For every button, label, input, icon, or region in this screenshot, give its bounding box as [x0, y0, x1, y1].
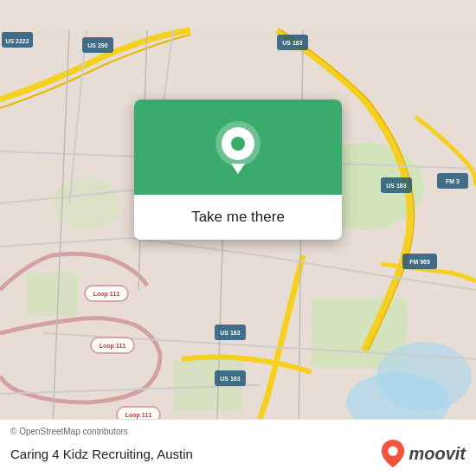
moovit-logo: moovit: [381, 440, 466, 467]
svg-text:US 183: US 183: [220, 376, 240, 382]
popup-card: Take me there: [134, 100, 342, 240]
map-container: US 2222 US 290 US 183 US 183 FM 3 FM 969…: [0, 0, 476, 476]
svg-text:Loop 111: Loop 111: [93, 291, 120, 298]
svg-rect-3: [26, 273, 78, 316]
svg-text:FM 3: FM 3: [446, 178, 460, 184]
location-label: Caring 4 Kidz Recruiting, Austin: [10, 447, 193, 461]
svg-text:US 183: US 183: [386, 183, 406, 189]
svg-text:Loop 111: Loop 111: [100, 343, 126, 350]
svg-text:US 290: US 290: [87, 42, 107, 48]
svg-text:US 183: US 183: [282, 40, 302, 46]
bottom-bar: © OpenStreetMap contributors Caring 4 Ki…: [0, 419, 476, 476]
svg-text:FM 969: FM 969: [409, 259, 430, 265]
moovit-brand-text: moovit: [408, 444, 466, 464]
svg-point-44: [389, 447, 398, 456]
take-me-there-button[interactable]: Take me there: [134, 195, 342, 240]
svg-text:Loop 111: Loop 111: [125, 412, 152, 419]
moovit-pin-icon: [381, 440, 405, 467]
bottom-info-row: Caring 4 Kidz Recruiting, Austin moovit: [10, 440, 466, 467]
location-pin-icon: [215, 121, 261, 174]
popup-green-area: [134, 100, 342, 195]
copyright-text: © OpenStreetMap contributors: [10, 427, 466, 436]
svg-text:US 2222: US 2222: [5, 38, 29, 44]
svg-text:US 183: US 183: [220, 330, 240, 336]
